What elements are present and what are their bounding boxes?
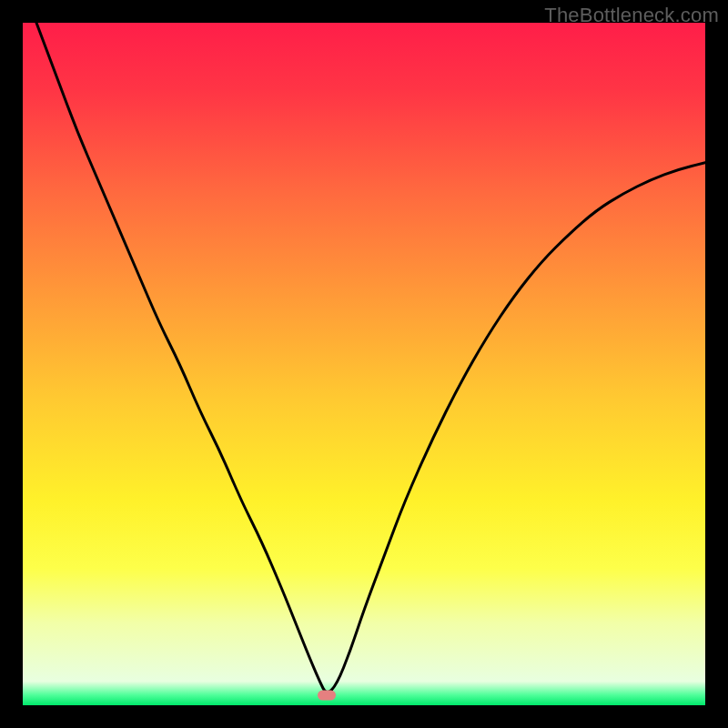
bottleneck-curve xyxy=(36,23,705,693)
chart-frame: TheBottleneck.com xyxy=(0,0,728,728)
watermark-text: TheBottleneck.com xyxy=(544,4,719,27)
optimal-point-marker xyxy=(318,690,336,700)
curve-layer xyxy=(23,23,705,705)
plot-area xyxy=(23,23,705,705)
